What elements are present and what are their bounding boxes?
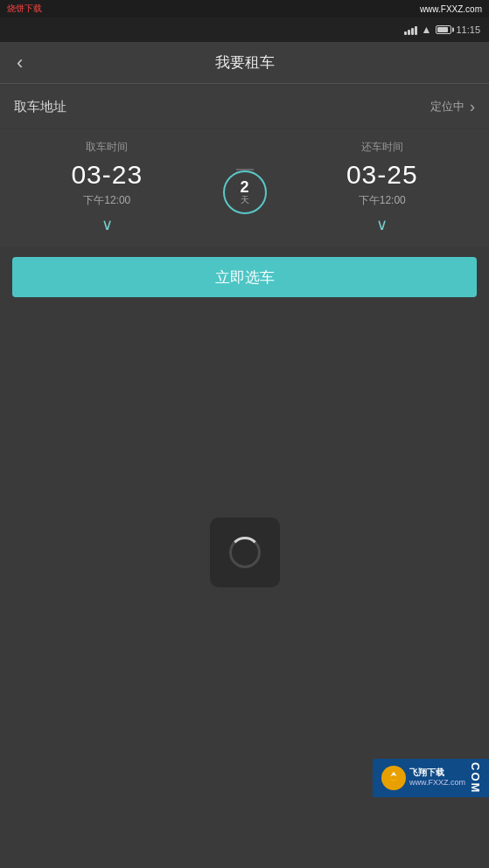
- loading-box: [210, 517, 280, 587]
- watermark-url-text: www.FXXZ.com: [420, 4, 482, 14]
- days-unit: 天: [241, 195, 249, 205]
- watermark-logo-icon: [381, 766, 406, 790]
- pickup-chevron-icon[interactable]: ∨: [101, 215, 113, 234]
- address-status-area: 定位中 ›: [430, 98, 475, 116]
- loading-overlay: [210, 517, 280, 587]
- days-count: 2: [240, 179, 248, 195]
- watermark-brand-name: 飞翔下载: [409, 767, 465, 778]
- status-time: 11:15: [456, 24, 480, 35]
- dropoff-chevron-icon[interactable]: ∨: [376, 215, 388, 234]
- wifi-icon: ▲: [422, 24, 432, 36]
- days-circle-area: 2 天: [214, 169, 276, 214]
- watermark-left-text: 烧饼下载: [7, 3, 42, 15]
- address-label: 取车地址: [14, 99, 66, 115]
- back-button[interactable]: ‹: [12, 47, 27, 79]
- pickup-block[interactable]: 取车时间 03-23 下午12:00 ∨: [0, 140, 214, 234]
- address-chevron-icon: ›: [470, 98, 475, 116]
- address-row[interactable]: 取车地址 定位中 ›: [0, 86, 489, 128]
- dropoff-label: 还车时间: [361, 140, 403, 155]
- pickup-time: 下午12:00: [83, 193, 130, 208]
- address-status: 定位中: [430, 99, 465, 115]
- watermark-com-text: COM: [469, 762, 482, 794]
- brand-icon: [386, 770, 402, 786]
- status-bar-right: ▲ 11:15: [404, 24, 480, 36]
- watermark-url: www.FXXZ.com: [409, 778, 465, 788]
- dropoff-time: 下午12:00: [359, 193, 406, 208]
- datetime-section: 取车时间 03-23 下午12:00 ∨ 2 天 还车时间 03-25 下午12…: [0, 129, 489, 247]
- dropoff-block[interactable]: 还车时间 03-25 下午12:00 ∨: [276, 140, 490, 234]
- dropoff-date: 03-25: [346, 160, 418, 190]
- nav-bar: ‹ 我要租车: [0, 42, 489, 84]
- top-watermark-bar: 烧饼下载 www.FXXZ.com: [0, 0, 489, 17]
- loading-spinner: [229, 537, 261, 568]
- days-circle: 2 天: [223, 170, 267, 214]
- watermark-text-block: 飞翔下载 www.FXXZ.com: [409, 767, 465, 788]
- status-bar: ▲ 11:15: [0, 17, 489, 42]
- content-area: 飞翔下载 www.FXXZ.com COM: [0, 308, 489, 797]
- battery-icon: [436, 25, 451, 34]
- signal-icon: [404, 24, 417, 35]
- page-title: 我要租车: [215, 52, 275, 73]
- pickup-label: 取车时间: [86, 140, 128, 155]
- select-car-button[interactable]: 立即选车: [12, 257, 477, 297]
- watermark-badge: 飞翔下载 www.FXXZ.com COM: [373, 759, 489, 797]
- pickup-date: 03-23: [71, 160, 143, 190]
